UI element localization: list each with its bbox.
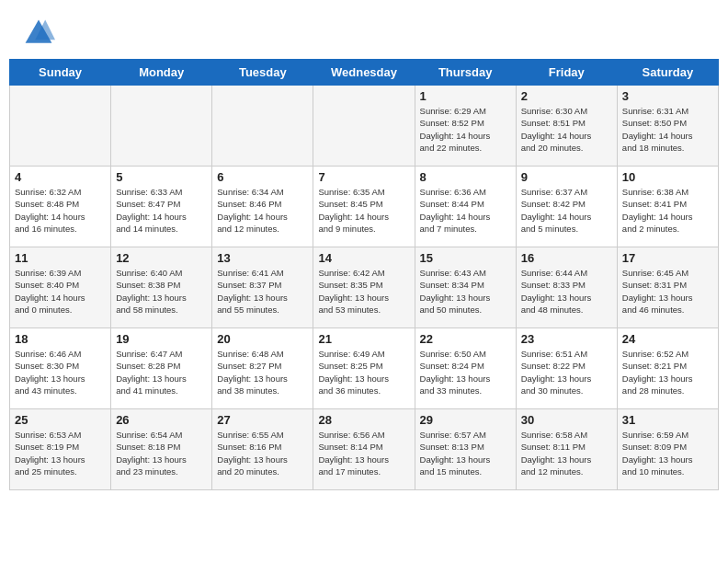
day-cell: 3Sunrise: 6:31 AMSunset: 8:50 PMDaylight… <box>617 86 718 167</box>
day-cell: 24Sunrise: 6:52 AMSunset: 8:21 PMDayligh… <box>617 328 718 409</box>
day-number: 3 <box>622 89 713 103</box>
logo <box>22 17 61 50</box>
day-number: 30 <box>521 413 612 427</box>
day-info: Sunrise: 6:58 AMSunset: 8:11 PMDaylight:… <box>521 429 612 477</box>
calendar-header: SundayMondayTuesdayWednesdayThursdayFrid… <box>10 60 719 86</box>
day-info: Sunrise: 6:50 AMSunset: 8:24 PMDaylight:… <box>420 348 511 396</box>
day-cell <box>313 86 415 167</box>
day-info: Sunrise: 6:44 AMSunset: 8:33 PMDaylight:… <box>521 267 612 316</box>
day-cell: 12Sunrise: 6:40 AMSunset: 8:38 PMDayligh… <box>111 247 212 328</box>
day-cell: 18Sunrise: 6:46 AMSunset: 8:30 PMDayligh… <box>10 328 111 409</box>
col-header-monday: Monday <box>111 60 212 86</box>
day-cell: 16Sunrise: 6:44 AMSunset: 8:33 PMDayligh… <box>516 247 617 328</box>
day-cell: 30Sunrise: 6:58 AMSunset: 8:11 PMDayligh… <box>516 409 617 490</box>
day-cell <box>10 86 111 167</box>
day-info: Sunrise: 6:32 AMSunset: 8:48 PMDaylight:… <box>15 186 106 235</box>
day-cell <box>111 86 212 167</box>
day-info: Sunrise: 6:43 AMSunset: 8:34 PMDaylight:… <box>420 267 511 316</box>
week-row-2: 4Sunrise: 6:32 AMSunset: 8:48 PMDaylight… <box>10 167 719 247</box>
day-number: 21 <box>318 332 409 346</box>
day-number: 13 <box>217 251 308 265</box>
day-cell <box>212 86 313 167</box>
day-number: 9 <box>521 170 612 184</box>
col-header-tuesday: Tuesday <box>212 60 313 86</box>
day-number: 27 <box>217 413 308 427</box>
day-number: 28 <box>318 413 409 427</box>
day-number: 8 <box>420 170 511 184</box>
day-cell: 15Sunrise: 6:43 AMSunset: 8:34 PMDayligh… <box>415 247 516 328</box>
day-number: 25 <box>15 413 106 427</box>
page-container: SundayMondayTuesdayWednesdayThursdayFrid… <box>0 0 728 500</box>
col-header-friday: Friday <box>516 60 617 86</box>
day-cell: 29Sunrise: 6:57 AMSunset: 8:13 PMDayligh… <box>415 409 516 490</box>
day-number: 6 <box>217 170 308 184</box>
day-info: Sunrise: 6:36 AMSunset: 8:44 PMDaylight:… <box>420 186 511 235</box>
day-cell: 14Sunrise: 6:42 AMSunset: 8:35 PMDayligh… <box>313 247 415 328</box>
day-cell: 11Sunrise: 6:39 AMSunset: 8:40 PMDayligh… <box>10 247 111 328</box>
day-cell: 1Sunrise: 6:29 AMSunset: 8:52 PMDaylight… <box>415 86 516 167</box>
day-info: Sunrise: 6:46 AMSunset: 8:30 PMDaylight:… <box>15 348 106 396</box>
day-cell: 20Sunrise: 6:48 AMSunset: 8:27 PMDayligh… <box>212 328 313 409</box>
day-info: Sunrise: 6:29 AMSunset: 8:52 PMDaylight:… <box>420 105 511 154</box>
day-cell: 31Sunrise: 6:59 AMSunset: 8:09 PMDayligh… <box>617 409 718 490</box>
day-info: Sunrise: 6:56 AMSunset: 8:14 PMDaylight:… <box>318 429 409 477</box>
col-header-sunday: Sunday <box>10 60 111 86</box>
calendar-body: 1Sunrise: 6:29 AMSunset: 8:52 PMDaylight… <box>10 86 719 490</box>
day-number: 17 <box>622 251 713 265</box>
day-number: 10 <box>622 170 713 184</box>
day-number: 12 <box>116 251 207 265</box>
week-row-5: 25Sunrise: 6:53 AMSunset: 8:19 PMDayligh… <box>10 409 719 490</box>
day-number: 23 <box>521 332 612 346</box>
day-info: Sunrise: 6:54 AMSunset: 8:18 PMDaylight:… <box>116 429 207 477</box>
day-number: 2 <box>521 89 612 103</box>
day-cell: 22Sunrise: 6:50 AMSunset: 8:24 PMDayligh… <box>415 328 516 409</box>
day-number: 11 <box>15 251 106 265</box>
day-number: 15 <box>420 251 511 265</box>
day-number: 19 <box>116 332 207 346</box>
day-number: 14 <box>318 251 409 265</box>
col-header-wednesday: Wednesday <box>313 60 415 86</box>
day-info: Sunrise: 6:38 AMSunset: 8:41 PMDaylight:… <box>622 186 713 235</box>
day-cell: 10Sunrise: 6:38 AMSunset: 8:41 PMDayligh… <box>617 167 718 247</box>
day-number: 22 <box>420 332 511 346</box>
day-info: Sunrise: 6:49 AMSunset: 8:25 PMDaylight:… <box>318 348 409 396</box>
day-cell: 6Sunrise: 6:34 AMSunset: 8:46 PMDaylight… <box>212 167 313 247</box>
day-number: 7 <box>318 170 409 184</box>
day-info: Sunrise: 6:59 AMSunset: 8:09 PMDaylight:… <box>622 429 713 477</box>
day-cell: 21Sunrise: 6:49 AMSunset: 8:25 PMDayligh… <box>313 328 415 409</box>
calendar-wrapper: SundayMondayTuesdayWednesdayThursdayFrid… <box>0 59 728 500</box>
day-info: Sunrise: 6:34 AMSunset: 8:46 PMDaylight:… <box>217 186 308 235</box>
day-cell: 7Sunrise: 6:35 AMSunset: 8:45 PMDaylight… <box>313 167 415 247</box>
day-cell: 19Sunrise: 6:47 AMSunset: 8:28 PMDayligh… <box>111 328 212 409</box>
day-cell: 25Sunrise: 6:53 AMSunset: 8:19 PMDayligh… <box>10 409 111 490</box>
day-number: 24 <box>622 332 713 346</box>
calendar-table: SundayMondayTuesdayWednesdayThursdayFrid… <box>9 59 719 490</box>
day-info: Sunrise: 6:52 AMSunset: 8:21 PMDaylight:… <box>622 348 713 396</box>
day-number: 29 <box>420 413 511 427</box>
day-info: Sunrise: 6:33 AMSunset: 8:47 PMDaylight:… <box>116 186 207 235</box>
day-info: Sunrise: 6:35 AMSunset: 8:45 PMDaylight:… <box>318 186 409 235</box>
day-number: 31 <box>622 413 713 427</box>
day-cell: 2Sunrise: 6:30 AMSunset: 8:51 PMDaylight… <box>516 86 617 167</box>
day-info: Sunrise: 6:45 AMSunset: 8:31 PMDaylight:… <box>622 267 713 316</box>
day-number: 16 <box>521 251 612 265</box>
day-cell: 4Sunrise: 6:32 AMSunset: 8:48 PMDaylight… <box>10 167 111 247</box>
col-header-saturday: Saturday <box>617 60 718 86</box>
col-header-thursday: Thursday <box>415 60 516 86</box>
week-row-3: 11Sunrise: 6:39 AMSunset: 8:40 PMDayligh… <box>10 247 719 328</box>
day-number: 4 <box>15 170 106 184</box>
day-info: Sunrise: 6:37 AMSunset: 8:42 PMDaylight:… <box>521 186 612 235</box>
day-number: 26 <box>116 413 207 427</box>
day-cell: 26Sunrise: 6:54 AMSunset: 8:18 PMDayligh… <box>111 409 212 490</box>
day-info: Sunrise: 6:55 AMSunset: 8:16 PMDaylight:… <box>217 429 308 477</box>
day-number: 5 <box>116 170 207 184</box>
day-number: 1 <box>420 89 511 103</box>
day-info: Sunrise: 6:30 AMSunset: 8:51 PMDaylight:… <box>521 105 612 154</box>
day-info: Sunrise: 6:42 AMSunset: 8:35 PMDaylight:… <box>318 267 409 316</box>
day-cell: 13Sunrise: 6:41 AMSunset: 8:37 PMDayligh… <box>212 247 313 328</box>
header-row: SundayMondayTuesdayWednesdayThursdayFrid… <box>10 60 719 86</box>
day-info: Sunrise: 6:40 AMSunset: 8:38 PMDaylight:… <box>116 267 207 316</box>
day-info: Sunrise: 6:31 AMSunset: 8:50 PMDaylight:… <box>622 105 713 154</box>
day-cell: 9Sunrise: 6:37 AMSunset: 8:42 PMDaylight… <box>516 167 617 247</box>
day-info: Sunrise: 6:48 AMSunset: 8:27 PMDaylight:… <box>217 348 308 396</box>
